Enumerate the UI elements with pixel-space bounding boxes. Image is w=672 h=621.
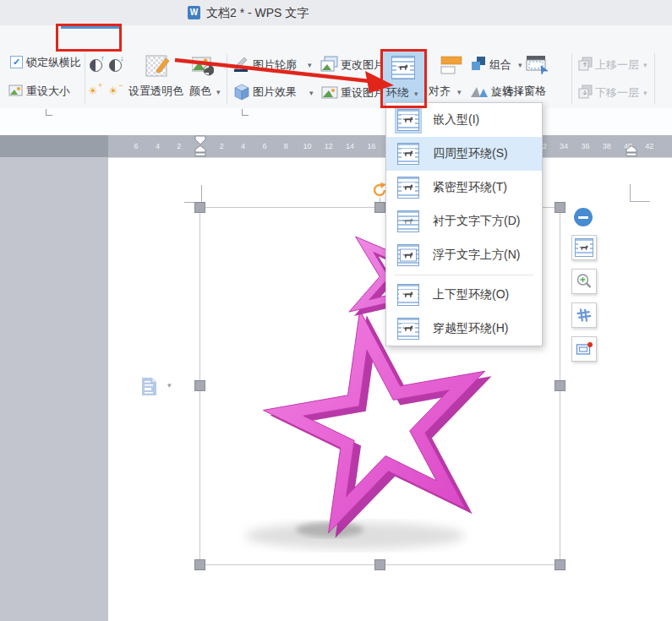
right-indent-marker[interactable] <box>626 145 637 156</box>
wps-writer-window: W 文档2 * - WPS 文字 云服务 图片工具 ✓ 锁定纵横比 重设大小 ↑… <box>0 0 672 621</box>
selection-handle-middle-right[interactable] <box>555 380 565 391</box>
ruler-number: 2 <box>220 140 224 152</box>
through-wrap-icon <box>395 315 422 342</box>
change-picture-icon <box>320 56 339 73</box>
ruler-number: 14 <box>346 140 354 152</box>
magnifier-plus-icon <box>575 272 593 291</box>
change-picture-button[interactable]: 更改图片 <box>341 58 385 72</box>
set-transparent-icon <box>145 54 171 79</box>
send-backward-dropdown-arrow[interactable]: ▾ <box>643 89 647 97</box>
wrap-menu-item-label: 四周型环绕(S) <box>433 146 508 161</box>
annotation-box-wrap <box>380 49 427 108</box>
rotate-icon <box>470 84 489 101</box>
ruler-number: 34 <box>560 140 568 152</box>
front-wrap-icon <box>395 242 422 269</box>
inline-wrap-icon <box>395 106 422 133</box>
crop-icon <box>575 306 593 324</box>
lock-aspect-checkbox[interactable]: ✓ <box>10 56 23 68</box>
wrap-menu-item[interactable]: 上下型环绕(O) <box>386 278 542 312</box>
reset-picture-icon <box>320 84 339 100</box>
picture-effects-button[interactable]: 图片效果 <box>253 85 297 99</box>
selection-handle-middle-left[interactable] <box>194 380 205 391</box>
color-button[interactable]: 颜色 <box>189 84 211 98</box>
bring-forward-dropdown-arrow[interactable]: ▾ <box>643 61 647 69</box>
topbottom-wrap-icon <box>395 281 422 308</box>
picture-outline-dropdown-arrow[interactable]: ▾ <box>308 61 312 69</box>
send-backward-button[interactable]: 下移一层 <box>595 86 639 100</box>
wrap-menu-item[interactable]: 衬于文字下方(D) <box>386 204 542 238</box>
selection-handle-top-middle[interactable] <box>374 202 385 213</box>
brightness-up-icon[interactable]: ☀ <box>88 85 98 97</box>
wrap-menu-item[interactable]: 穿越型环绕(H) <box>386 312 542 346</box>
window-title: 文档2 * - WPS 文字 <box>206 0 309 25</box>
color-icon <box>192 56 214 76</box>
annotation-box-picture-tools <box>56 24 122 52</box>
group-button[interactable]: 组合 <box>489 58 511 72</box>
wrap-menu-item[interactable]: 四周型环绕(S) <box>386 137 542 171</box>
color-dropdown-arrow[interactable]: ▾ <box>216 88 221 96</box>
menu-separator <box>395 275 533 275</box>
lock-aspect-label[interactable]: 锁定纵横比 <box>26 56 81 69</box>
ribbon-separator <box>85 53 85 104</box>
layout-options-dropdown-arrow[interactable]: ▾ <box>167 381 172 389</box>
set-transparent-button[interactable]: 设置透明色 <box>128 84 183 98</box>
brightness-down-icon[interactable]: ☀ <box>108 85 118 97</box>
wrap-icon <box>575 238 593 257</box>
wrap-menu-item-label: 衬于文字下方(D) <box>433 214 520 229</box>
ruler-number: 38 <box>603 140 611 152</box>
wrap-menu-item[interactable]: 浮于文字上方(N) <box>386 238 542 272</box>
hanging-indent-marker[interactable] <box>194 145 206 156</box>
ruler-number: 16 <box>367 140 375 152</box>
float-wrap-button[interactable] <box>571 235 597 260</box>
title-bar: W 文档2 * - WPS 文字 <box>0 0 672 25</box>
minus-icon <box>578 216 588 219</box>
selection-handle-bottom-right[interactable] <box>555 559 565 570</box>
minus-glyph: − <box>118 82 123 90</box>
reset-size-button[interactable]: 重设大小 <box>26 84 70 98</box>
reset-picture-button[interactable]: 重设图片 <box>341 86 385 100</box>
ribbon-separator <box>571 53 572 104</box>
plus-glyph: + <box>98 82 102 90</box>
group-dropdown-arrow[interactable]: ▾ <box>518 61 522 69</box>
selection-pane-icon <box>526 54 549 76</box>
selection-pane-button[interactable]: 选择窗格 <box>502 84 546 98</box>
picture-effects-dropdown-arrow[interactable]: ▾ <box>309 89 314 97</box>
align-icon <box>440 56 464 76</box>
tight-wrap-icon <box>395 174 422 201</box>
align-button[interactable]: 对齐 <box>429 84 451 98</box>
collapse-toolbar-button[interactable] <box>574 208 593 226</box>
layout-options-icon[interactable] <box>141 377 157 396</box>
send-backward-icon <box>578 84 593 99</box>
ribbon-separator <box>654 53 655 104</box>
wrap-menu-item-label: 浮于文字上方(N) <box>433 248 520 263</box>
selection-handle-top-right[interactable] <box>555 202 565 213</box>
first-line-indent-marker[interactable] <box>194 135 206 145</box>
float-more-settings-button[interactable] <box>571 336 597 362</box>
float-zoom-button[interactable] <box>571 269 597 294</box>
selection-handle-bottom-middle[interactable] <box>374 559 385 570</box>
arrow-down-glyph: ↓ <box>120 55 124 63</box>
ruler-margin-zone <box>0 135 108 157</box>
group-dialog-launcher[interactable] <box>242 109 249 116</box>
selection-handle-bottom-left[interactable] <box>194 559 205 570</box>
ruler-number: 12 <box>325 140 333 152</box>
wrap-menu-item-label: 嵌入型(I) <box>433 112 479 128</box>
group-dialog-launcher[interactable] <box>46 109 52 116</box>
group-icon <box>470 56 487 73</box>
ruler-number: 42 <box>645 140 653 152</box>
ruler-number: 6 <box>262 140 266 152</box>
wrap-menu-item[interactable]: 紧密型环绕(T) <box>386 171 542 204</box>
wrap-menu-item-label: 上下型环绕(O) <box>433 287 509 302</box>
selection-handle-top-left[interactable] <box>194 202 205 213</box>
wps-document-icon: W <box>188 6 200 19</box>
bring-forward-button[interactable]: 上移一层 <box>595 58 639 72</box>
arrow-up-glyph: ↑ <box>101 55 105 63</box>
square-wrap-icon <box>395 140 422 167</box>
wrap-menu-item[interactable]: 嵌入型(I) <box>386 103 542 137</box>
ruler-number: 10 <box>303 140 311 152</box>
align-dropdown-arrow[interactable]: ▾ <box>457 88 462 96</box>
float-crop-button[interactable] <box>571 302 597 328</box>
ribbon-separator <box>227 53 227 104</box>
behind-wrap-icon <box>395 208 422 235</box>
picture-outline-button[interactable]: 图片轮廓 <box>253 58 297 72</box>
